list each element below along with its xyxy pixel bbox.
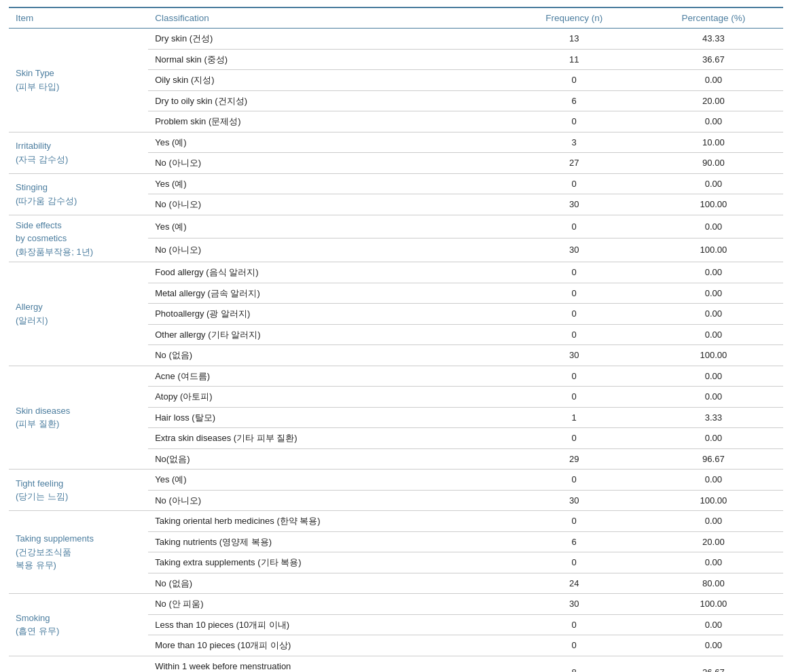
classification-cell: No (없음) (148, 345, 504, 366)
item-cell: Menstrual cycle (생리주기) (9, 656, 148, 672)
table-row: Allergy (알러지)Food allergy (음식 알러지)00.00 (9, 262, 783, 283)
percentage-cell: 0.00 (644, 262, 783, 283)
item-cell: Stinging (따가움 감수성) (9, 173, 148, 215)
table-row: Side effects by cosmetics (화장품부작용; 1년)Ye… (9, 215, 783, 238)
frequency-cell: 0 (505, 635, 644, 656)
frequency-cell: 24 (505, 573, 644, 594)
item-cell: Irritability (자극 감수성) (9, 132, 148, 173)
percentage-cell: 0.00 (644, 304, 783, 325)
item-cell: Tight feeling (당기는 느낌) (9, 470, 148, 511)
percentage-cell: 100.00 (644, 594, 783, 615)
item-cell: Side effects by cosmetics (화장품부작용; 1년) (9, 215, 148, 262)
percentage-cell: 0.00 (644, 428, 783, 449)
classification-cell: Dry skin (건성) (148, 29, 504, 50)
classification-cell: Acne (여드름) (148, 366, 504, 387)
table-row: Skin Type (피부 타입)Dry skin (건성)1343.33 (9, 29, 783, 50)
percentage-cell: 0.00 (644, 215, 783, 238)
table-row: Smoking (흡연 유무)No (안 피움)30100.00 (9, 594, 783, 615)
frequency-cell: 0 (505, 262, 644, 283)
classification-cell: No(없음) (148, 448, 504, 470)
classification-cell: Food allergy (음식 알러지) (148, 262, 504, 283)
item-cell: Smoking (흡연 유무) (9, 594, 148, 656)
classification-cell: No (아니오) (148, 153, 504, 174)
frequency-cell: 29 (505, 448, 644, 470)
frequency-cell: 0 (505, 173, 644, 194)
frequency-cell: 11 (505, 49, 644, 70)
item-cell: Taking supplements (건강보조식품 복용 유무) (9, 511, 148, 594)
classification-cell: Metal allergy (금속 알러지) (148, 283, 504, 304)
classification-cell: No (없음) (148, 573, 504, 594)
frequency-cell: 6 (505, 531, 644, 552)
classification-cell: Normal skin (중성) (148, 49, 504, 70)
classification-cell: Atopy (아토피) (148, 387, 504, 408)
header-percentage: Percentage (%) (644, 7, 783, 29)
classification-cell: No (아니오) (148, 490, 504, 511)
percentage-cell: 0.00 (644, 387, 783, 408)
classification-cell: Oily skin (지성) (148, 70, 504, 91)
classification-cell: Hair loss (탈모) (148, 407, 504, 428)
classification-cell: Photoallergy (광 알러지) (148, 304, 504, 325)
table-row: Menstrual cycle (생리주기)Within 1 week befo… (9, 656, 783, 672)
table-row: Tight feeling (당기는 느낌)Yes (예)00.00 (9, 470, 783, 491)
header-item: Item (9, 7, 148, 29)
frequency-cell: 0 (505, 428, 644, 449)
frequency-cell: 0 (505, 111, 644, 132)
classification-cell: More than 10 pieces (10개피 이상) (148, 635, 504, 656)
frequency-cell: 1 (505, 407, 644, 428)
item-cell: Skin diseases (피부 질환) (9, 366, 148, 470)
header-frequency: Frequency (n) (505, 7, 644, 29)
percentage-cell: 0.00 (644, 283, 783, 304)
percentage-cell: 0.00 (644, 366, 783, 387)
percentage-cell: 0.00 (644, 635, 783, 656)
frequency-cell: 0 (505, 304, 644, 325)
frequency-cell: 0 (505, 511, 644, 532)
table-row: Irritability (자극 감수성)Yes (예)310.00 (9, 132, 783, 153)
item-cell: Skin Type (피부 타입) (9, 29, 148, 132)
classification-cell: Taking oriental herb medicines (한약 복용) (148, 511, 504, 532)
percentage-cell: 36.67 (644, 49, 783, 70)
classification-cell: Within 1 week before menstruation (생리 전 … (148, 656, 504, 672)
percentage-cell: 100.00 (644, 238, 783, 262)
frequency-cell: 27 (505, 153, 644, 174)
percentage-cell: 0.00 (644, 470, 783, 491)
classification-cell: Taking nutrients (영양제 복용) (148, 531, 504, 552)
frequency-cell: 0 (505, 70, 644, 91)
frequency-cell: 8 (505, 656, 644, 672)
percentage-cell: 26.67 (644, 656, 783, 672)
classification-cell: Dry to oily skin (건지성) (148, 90, 504, 111)
classification-cell: Less than 10 pieces (10개피 이내) (148, 614, 504, 635)
frequency-cell: 0 (505, 283, 644, 304)
frequency-cell: 0 (505, 470, 644, 491)
table-container: Item Classification Frequency (n) Percen… (9, 7, 783, 672)
percentage-cell: 100.00 (644, 490, 783, 511)
classification-cell: No (아니오) (148, 238, 504, 262)
percentage-cell: 10.00 (644, 132, 783, 153)
percentage-cell: 100.00 (644, 345, 783, 366)
frequency-cell: 0 (505, 387, 644, 408)
percentage-cell: 43.33 (644, 29, 783, 50)
header-classification: Classification (148, 7, 504, 29)
frequency-cell: 30 (505, 594, 644, 615)
percentage-cell: 0.00 (644, 173, 783, 194)
classification-cell: No (안 피움) (148, 594, 504, 615)
frequency-cell: 6 (505, 90, 644, 111)
classification-cell: Yes (예) (148, 215, 504, 238)
percentage-cell: 20.00 (644, 531, 783, 552)
percentage-cell: 90.00 (644, 153, 783, 174)
percentage-cell: 3.33 (644, 407, 783, 428)
item-cell: Allergy (알러지) (9, 262, 148, 366)
percentage-cell: 0.00 (644, 552, 783, 573)
classification-cell: Yes (예) (148, 132, 504, 153)
frequency-cell: 30 (505, 345, 644, 366)
percentage-cell: 0.00 (644, 111, 783, 132)
frequency-cell: 30 (505, 194, 644, 215)
percentage-cell: 0.00 (644, 614, 783, 635)
percentage-cell: 0.00 (644, 324, 783, 345)
classification-cell: No (아니오) (148, 194, 504, 215)
classification-cell: Other allergy (기타 알러지) (148, 324, 504, 345)
classification-cell: Yes (예) (148, 173, 504, 194)
data-table: Item Classification Frequency (n) Percen… (9, 7, 783, 672)
table-row: Taking supplements (건강보조식품 복용 유무)Taking … (9, 511, 783, 532)
frequency-cell: 3 (505, 132, 644, 153)
classification-cell: Problem skin (문제성) (148, 111, 504, 132)
